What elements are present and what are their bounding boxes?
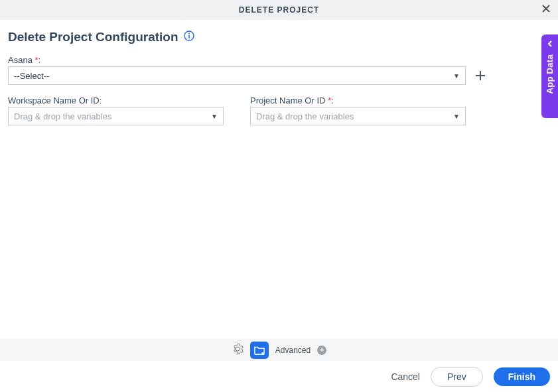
project-input[interactable]: Drag & drop the variables ▼: [250, 107, 466, 125]
advanced-label[interactable]: Advanced: [275, 346, 311, 355]
add-icon[interactable]: [474, 69, 487, 82]
info-icon[interactable]: [184, 31, 194, 44]
chevron-down-icon: ▼: [211, 113, 218, 120]
content-area: Delete Project Configuration Asana *: --…: [0, 20, 558, 135]
plus-circle-icon[interactable]: +: [317, 346, 326, 355]
cancel-button[interactable]: Cancel: [391, 371, 420, 382]
modal-title: DELETE PROJECT: [239, 5, 319, 15]
gear-icon[interactable]: [232, 343, 244, 358]
close-icon[interactable]: [541, 3, 551, 17]
workspace-input[interactable]: Drag & drop the variables ▼: [8, 107, 224, 125]
prev-button[interactable]: Prev: [431, 367, 483, 387]
asana-select[interactable]: --Select-- ▼: [8, 66, 466, 85]
asana-selected-value: --Select--: [14, 71, 49, 81]
project-label: Project Name Or ID *:: [250, 96, 466, 105]
svg-rect-1: [188, 35, 190, 38]
chevron-down-icon: ▼: [453, 113, 460, 120]
asana-label: Asana *:: [8, 55, 550, 65]
app-data-label: App Data: [545, 54, 555, 94]
project-placeholder: Drag & drop the variables: [256, 111, 354, 121]
chevron-down-icon: ▼: [453, 72, 460, 80]
workspace-label: Workspace Name Or ID:: [8, 96, 224, 105]
svg-point-2: [188, 33, 190, 34]
modal-header: DELETE PROJECT: [0, 0, 558, 20]
finish-button[interactable]: Finish: [494, 367, 550, 386]
folder-remove-icon[interactable]: [250, 342, 269, 359]
page-title: Delete Project Configuration: [8, 30, 178, 44]
app-data-tab[interactable]: App Data: [541, 34, 558, 118]
advanced-bar: Advanced +: [0, 339, 558, 361]
footer-buttons: Cancel Prev Finish: [391, 367, 550, 387]
workspace-placeholder: Drag & drop the variables: [14, 111, 111, 121]
chevron-left-icon: [546, 40, 554, 48]
